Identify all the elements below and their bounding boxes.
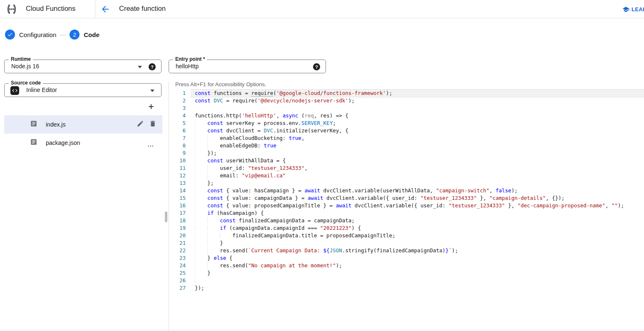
line-number: 26 <box>175 277 186 284</box>
code-line[interactable]: 25 } <box>175 269 644 277</box>
line-number: 15 <box>175 194 186 202</box>
code-line[interactable]: 14 const { value: hasCampaign } = await … <box>175 187 644 194</box>
line-number: 13 <box>175 179 186 187</box>
code-line[interactable]: 6 const dvcClient = DVC.initialize(serve… <box>175 127 644 134</box>
cloud-functions-logo-icon <box>5 2 18 16</box>
line-number: 27 <box>175 284 186 292</box>
code-line[interactable]: 3 <box>175 105 644 112</box>
code-brackets-icon <box>10 86 19 95</box>
code-line[interactable]: 2const DVC = require('@devcycle/nodejs-s… <box>175 97 644 105</box>
line-number: 17 <box>175 209 186 217</box>
code-line[interactable]: 11 user_id: "testuser_1234333", <box>175 164 644 172</box>
bottom-divider <box>0 330 644 331</box>
code-line[interactable]: 17 if (hasCampaign) { <box>175 209 644 217</box>
line-number: 14 <box>175 187 186 194</box>
back-arrow-icon[interactable] <box>100 4 110 14</box>
line-number: 18 <box>175 217 186 224</box>
runtime-label: Runtime <box>9 56 33 62</box>
scrollbar-handle[interactable] <box>165 212 167 222</box>
runtime-help-icon[interactable]: ? <box>149 63 156 70</box>
line-number: 19 <box>175 224 186 232</box>
header-divider <box>95 0 95 18</box>
code-line[interactable]: 23 } else { <box>175 254 644 262</box>
line-number: 20 <box>175 232 186 239</box>
code-line[interactable]: 12 email: "vip@email.ca" <box>175 172 644 179</box>
code-line[interactable]: 27}); <box>175 284 644 292</box>
source-code-label: Source code <box>9 80 43 86</box>
chevron-down-icon[interactable] <box>138 66 142 68</box>
line-number: 4 <box>175 112 186 119</box>
code-line[interactable]: 13 }; <box>175 179 644 187</box>
more-options-button[interactable]: ... <box>147 141 154 148</box>
code-lines: 1const functions = require('@google-clou… <box>175 90 644 292</box>
file-name: package.json <box>46 139 80 146</box>
line-number: 7 <box>175 134 186 142</box>
code-line[interactable]: 1const functions = require('@google-clou… <box>175 90 644 97</box>
add-file-button[interactable]: + <box>145 101 157 113</box>
line-number: 9 <box>175 149 186 157</box>
accessibility-hint: Press Alt+F1 for Accessibility Options. <box>175 81 266 87</box>
runtime-value: Node.js 16 <box>11 63 39 70</box>
code-line[interactable]: 21 } <box>175 239 644 247</box>
app-header: Cloud Functions Create function LEARN <box>0 0 644 18</box>
line-number: 10 <box>175 157 186 164</box>
edit-pencil-icon[interactable] <box>137 120 144 129</box>
line-number: 25 <box>175 269 186 277</box>
code-line[interactable]: 5 const serverKey = process.env.SERVER_K… <box>175 119 644 127</box>
code-line[interactable]: 22 res.send(`Current Campaign Data: ${JS… <box>175 247 644 254</box>
step2-number-badge[interactable]: 2 <box>70 30 80 40</box>
code-line[interactable]: 4functions.http('helloHttp', async (req,… <box>175 112 644 119</box>
code-line[interactable]: 19 if (campaignData.campaignId === "2022… <box>175 224 644 232</box>
code-line[interactable]: 9 }); <box>175 149 644 157</box>
line-number: 3 <box>175 105 186 112</box>
learn-link[interactable]: LEARN <box>622 5 644 13</box>
file-name: index.js <box>46 121 65 128</box>
code-line[interactable]: 26 <box>175 277 644 284</box>
source-code-select[interactable]: Source code Inline Editor <box>4 83 162 97</box>
entry-point-label: Entry point * <box>173 56 207 62</box>
file-row-index-js[interactable]: index.js <box>4 115 162 134</box>
graduation-cap-icon <box>622 6 629 13</box>
entry-point-help-icon[interactable]: ? <box>313 63 320 70</box>
step2-label: Code <box>84 31 99 38</box>
stepper: Configuration — 2 Code <box>5 30 99 40</box>
line-number: 1 <box>175 90 186 97</box>
line-number: 22 <box>175 247 186 254</box>
line-number: 16 <box>175 202 186 209</box>
file-icon <box>30 120 37 129</box>
line-number: 5 <box>175 119 186 127</box>
learn-label: LEARN <box>632 6 644 12</box>
code-line[interactable]: 8 enableEdgeDB: true <box>175 142 644 149</box>
line-number: 8 <box>175 142 186 149</box>
line-number: 12 <box>175 172 186 179</box>
code-line[interactable]: 18 const finalizedCampaignData = campaig… <box>175 217 644 224</box>
step1-check-icon[interactable] <box>5 30 15 40</box>
code-line[interactable]: 10 const userWithAllData = { <box>175 157 644 164</box>
code-line[interactable]: 24 res.send("No campaign at the moment!"… <box>175 262 644 269</box>
code-line[interactable]: 7 enableCloudBucketing: true, <box>175 134 644 142</box>
runtime-select[interactable]: Runtime Node.js 16 ? <box>4 60 162 73</box>
file-row-package-json[interactable]: package.json ... <box>4 134 162 152</box>
chevron-down-icon[interactable] <box>150 90 154 92</box>
entry-point-field[interactable]: Entry point * helloHttp ? <box>169 60 326 73</box>
line-number: 6 <box>175 127 186 134</box>
panel-divider <box>169 82 169 331</box>
line-number: 2 <box>175 97 186 105</box>
code-line[interactable]: 20 finalizedCampaignData.title = propose… <box>175 232 644 239</box>
line-number: 21 <box>175 239 186 247</box>
code-editor[interactable]: 1const functions = require('@google-clou… <box>175 90 644 292</box>
file-icon <box>30 138 37 147</box>
page-title: Create function <box>119 5 166 12</box>
entry-point-value[interactable]: helloHttp <box>176 63 199 70</box>
step1-label[interactable]: Configuration <box>19 31 56 38</box>
delete-trash-icon[interactable] <box>149 120 157 129</box>
code-line[interactable]: 16 const { value: proposedCampaignTitle … <box>175 202 644 209</box>
line-number: 11 <box>175 164 186 172</box>
step-connector: — <box>60 31 66 38</box>
source-code-value: Inline Editor <box>26 87 57 93</box>
code-line[interactable]: 15 const { value: campaignData } = await… <box>175 194 644 202</box>
line-number: 23 <box>175 254 186 262</box>
line-number: 24 <box>175 262 186 269</box>
product-title: Cloud Functions <box>26 5 75 12</box>
